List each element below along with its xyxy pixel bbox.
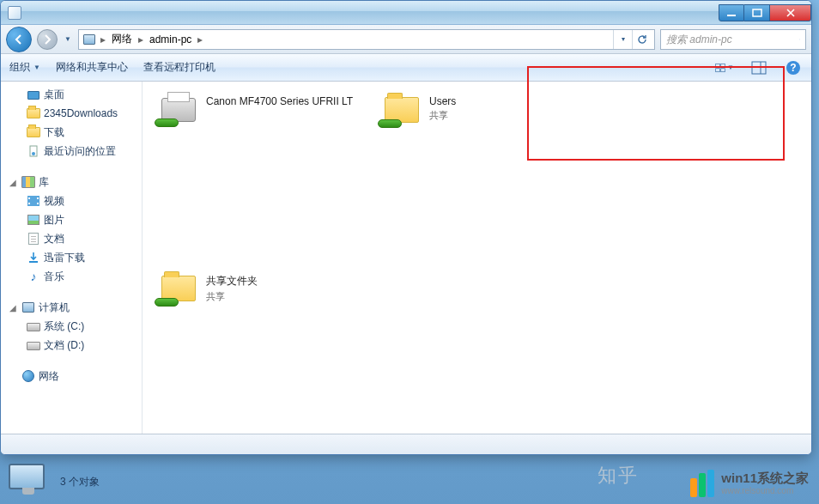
remote-printer-button[interactable]: 查看远程打印机 — [143, 60, 215, 75]
forward-button[interactable] — [37, 29, 58, 50]
xunlei-icon — [27, 251, 40, 264]
svg-rect-6 — [721, 68, 725, 71]
address-dropdown-button[interactable]: ▾ — [613, 30, 632, 49]
recent-icon — [27, 144, 40, 158]
breadcrumb-adminpc[interactable]: admin-pc — [148, 33, 193, 46]
item-label: Users — [429, 95, 456, 107]
brand-url: www.relsound.com — [721, 486, 809, 495]
tree-network[interactable]: 网络 — [1, 367, 142, 386]
toolbar: 组织 ▼ 网络和共享中心 查看远程打印机 ▼ ? — [1, 54, 811, 82]
svg-rect-14 — [28, 197, 30, 199]
search-input[interactable] — [666, 33, 796, 46]
svg-rect-4 — [721, 64, 725, 67]
content-pane[interactable]: Canon MF4700 Series UFRII LT Users共享 共享文… — [143, 82, 811, 434]
svg-rect-1 — [753, 9, 761, 16]
library-icon — [21, 175, 35, 189]
item-users[interactable]: Users共享 — [381, 92, 579, 128]
svg-rect-17 — [37, 203, 39, 204]
item-label: Canon MF4700 Series UFRII LT — [206, 95, 353, 107]
svg-point-2 — [799, 39, 800, 39]
nav-history-dropdown[interactable]: ▼ — [63, 27, 73, 52]
computer-icon — [9, 464, 50, 500]
minimize-button[interactable] — [719, 4, 744, 21]
view-options-button[interactable]: ▼ — [715, 58, 734, 77]
breadcrumb-sep-icon[interactable]: ▸ — [197, 33, 203, 46]
breadcrumb-sep-icon[interactable]: ▸ — [100, 33, 106, 46]
svg-point-12 — [32, 152, 35, 155]
tree-recent[interactable]: 最近访问的位置 — [1, 142, 142, 161]
tree-2345downloads[interactable]: 2345Downloads — [1, 104, 142, 123]
brand-logo-icon — [690, 470, 714, 497]
search-box[interactable] — [660, 29, 806, 50]
svg-rect-15 — [28, 203, 30, 204]
tree-desktop[interactable]: 桌面 — [1, 85, 142, 104]
back-button[interactable] — [6, 27, 32, 52]
breadcrumb-sep-icon[interactable]: ▸ — [137, 33, 144, 46]
svg-rect-0 — [727, 15, 736, 16]
desktop-icon — [27, 88, 40, 101]
item-sublabel: 共享 — [206, 290, 258, 303]
svg-rect-3 — [716, 64, 720, 67]
video-icon — [27, 194, 40, 208]
folder-icon — [27, 106, 40, 120]
svg-rect-13 — [27, 196, 39, 206]
tree-videos[interactable]: 视频 — [1, 191, 142, 210]
tree-libraries[interactable]: ◢库 — [1, 173, 142, 191]
tree-music[interactable]: ♪音乐 — [1, 267, 142, 286]
svg-rect-7 — [752, 62, 766, 74]
address-bar[interactable]: ▸ 网络 ▸ admin-pc ▸ ▾ — [78, 29, 655, 50]
caret-icon: ◢ — [9, 303, 18, 313]
item-shared-folder[interactable]: 共享文件夹共享 — [158, 270, 355, 307]
network-center-button[interactable]: 网络和共享中心 — [56, 60, 128, 75]
shared-folder-icon — [158, 270, 199, 307]
nav-bar: ▼ ▸ 网络 ▸ admin-pc ▸ ▾ — [1, 25, 811, 54]
watermark-zhihu: 知乎 — [598, 463, 639, 489]
breadcrumb-network[interactable]: 网络 — [110, 32, 134, 46]
item-label: 共享文件夹 — [206, 274, 258, 288]
tree-cdrive[interactable]: 系统 (C:) — [1, 317, 142, 336]
app-icon — [8, 6, 21, 20]
organize-label: 组织 — [9, 60, 30, 75]
close-button[interactable] — [770, 4, 811, 21]
drive-icon — [27, 319, 40, 333]
shared-folder-icon — [381, 92, 422, 128]
titlebar[interactable] — [1, 1, 811, 25]
svg-rect-16 — [37, 197, 39, 199]
document-icon — [27, 232, 40, 246]
item-sublabel: 共享 — [429, 109, 456, 122]
object-count: 3 个对象 — [60, 475, 100, 489]
svg-text:?: ? — [790, 62, 796, 74]
music-icon: ♪ — [27, 270, 40, 283]
search-icon — [799, 33, 800, 46]
tree-ddrive[interactable]: 文档 (D:) — [1, 336, 142, 355]
maximize-button[interactable] — [744, 4, 770, 21]
window-controls — [719, 4, 811, 21]
nav-tree[interactable]: 桌面 2345Downloads 下载 最近访问的位置 ◢库 视频 图片 文档 … — [1, 82, 143, 434]
svg-rect-5 — [716, 68, 720, 71]
tree-downloads[interactable]: 下载 — [1, 123, 142, 142]
item-printer[interactable]: Canon MF4700 Series UFRII LT — [158, 92, 355, 128]
brand-watermark: win11系统之家 www.relsound.com — [690, 470, 809, 497]
network-icon — [21, 369, 35, 383]
brand-name: win11系统之家 — [721, 471, 809, 486]
svg-rect-18 — [29, 261, 38, 263]
folder-icon — [27, 125, 40, 139]
preview-pane-button[interactable] — [749, 58, 768, 77]
computer-icon — [82, 33, 96, 46]
pictures-icon — [27, 213, 40, 227]
computer-icon — [21, 301, 35, 314]
caret-icon: ◢ — [9, 178, 18, 187]
drive-icon — [27, 338, 40, 352]
help-button[interactable]: ? — [784, 58, 803, 77]
organize-menu[interactable]: 组织 ▼ — [9, 60, 40, 75]
tree-pictures[interactable]: 图片 — [1, 210, 142, 229]
status-bar — [1, 434, 811, 454]
tree-documents[interactable]: 文档 — [1, 229, 142, 248]
printer-icon — [158, 92, 199, 128]
tree-computer[interactable]: ◢计算机 — [1, 298, 142, 317]
refresh-button[interactable] — [632, 30, 651, 49]
tree-xunlei[interactable]: 迅雷下载 — [1, 248, 142, 267]
